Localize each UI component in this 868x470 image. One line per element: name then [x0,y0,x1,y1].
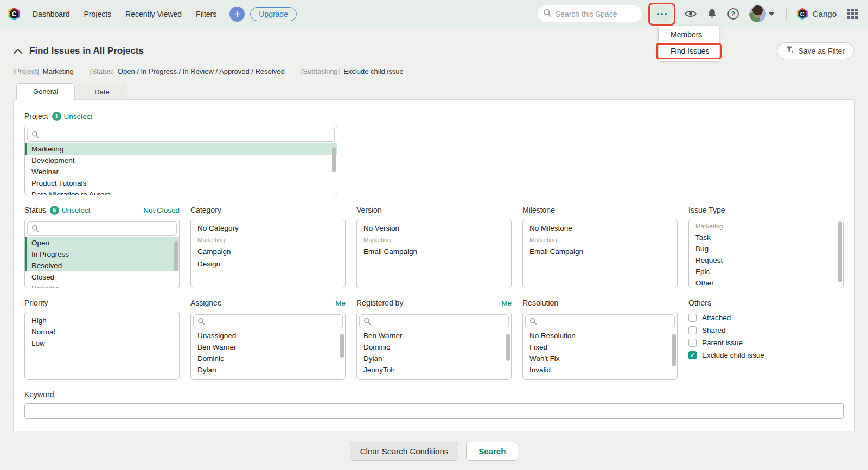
nav-recently-viewed[interactable]: Recently Viewed [125,10,182,18]
search-icon [529,317,537,325]
apps-grid-icon[interactable] [847,9,858,19]
registered-by-filter-input[interactable] [359,314,509,328]
status-label: Status [24,206,46,214]
list-item[interactable]: Bug [689,243,843,255]
assignee-filter-input[interactable] [193,314,343,328]
list-item[interactable]: Closed [25,271,179,283]
space-home-link[interactable]: C Cango [796,8,837,20]
list-item[interactable]: Dominic [191,353,345,364]
search-button[interactable]: Search [466,442,518,461]
scrollbar[interactable] [506,334,510,361]
list-item[interactable]: Development [25,155,337,166]
project-count-badge: 1 [52,112,61,121]
scrollbar[interactable] [340,334,344,358]
status-unselect-link[interactable]: Unselect [62,206,91,214]
list-item: Marketing [25,283,179,288]
checkbox-shared[interactable]: Shared [688,324,844,336]
help-icon[interactable]: ? [727,8,739,20]
checkbox-parent-issue[interactable]: Parent issue [688,336,844,349]
nav-filters[interactable]: Filters [196,10,216,18]
list-item[interactable]: Unassigned [191,330,345,341]
list-item[interactable]: Marketing [25,143,337,155]
list-item[interactable]: Duplication [523,376,677,380]
scrollbar[interactable] [672,334,676,366]
registered-by-me-link[interactable]: Me [501,299,512,307]
list-item[interactable]: No Category [191,222,345,234]
list-item[interactable]: Email Campaign [357,245,511,258]
menu-item-members[interactable]: Members [659,27,719,42]
list-item[interactable]: Dylan [191,364,345,376]
list-item[interactable]: Other [689,277,843,288]
list-item[interactable]: Open [25,237,179,249]
list-item[interactable]: Request [689,255,843,266]
summary-project: [Project] Marketing [13,67,74,75]
search-icon [197,317,205,325]
nav-dashboard[interactable]: Dashboard [33,10,70,18]
list-item[interactable]: No Resolution [523,330,677,341]
user-menu[interactable] [749,5,774,22]
scrollbar[interactable] [838,221,842,282]
nav-projects[interactable]: Projects [84,10,112,18]
resolution-filter-input[interactable] [525,314,675,328]
checkbox-exclude-child-issue[interactable]: Exclude child issue [688,349,844,361]
scrollbar[interactable] [332,147,336,172]
list-item[interactable]: No Milestone [523,222,677,234]
project-unselect-link[interactable]: Unselect [64,112,93,120]
menu-item-find-issues[interactable]: Find Issues [658,45,720,58]
list-item[interactable]: Epic [689,266,843,277]
version-listbox: No Version Marketing Email Campaign [356,219,512,288]
assignee-me-link[interactable]: Me [335,299,346,307]
list-item[interactable]: Won't Fix [523,353,677,364]
add-button[interactable]: + [229,7,245,22]
overflow-menu-button[interactable] [652,5,672,23]
list-item[interactable]: JennyToh [357,364,511,376]
scrollbar[interactable] [174,241,178,271]
status-not-closed-link[interactable]: Not Closed [143,206,180,214]
tab-date[interactable]: Date [78,84,126,100]
list-item[interactable]: Invalid [523,364,677,376]
list-item[interactable]: Task [689,232,843,243]
clear-search-conditions-button[interactable]: Clear Search Conditions [350,442,459,461]
list-item[interactable]: Katrina [357,376,511,380]
project-filter-input[interactable] [27,128,335,142]
list-item[interactable]: Webinar [25,166,337,177]
list-item[interactable]: Fixed [523,341,677,353]
list-item[interactable]: JennyToh [191,376,345,380]
app-logo[interactable]: C [8,8,21,21]
list-item[interactable]: No Version [357,222,511,234]
others-label: Others [688,298,711,307]
list-item[interactable]: Product Tutorials [25,177,337,189]
list-item[interactable]: In Progress [25,249,179,260]
milestone-label: Milestone [522,206,555,214]
collapse-chevron-up-icon[interactable] [13,48,23,54]
list-item[interactable]: Resolved [25,260,179,271]
list-item[interactable]: Data Migration to Aurora [25,189,337,195]
list-item[interactable]: Normal [25,326,179,338]
tab-general[interactable]: General [16,83,75,100]
list-item[interactable]: Ben Warner [357,330,511,341]
list-item[interactable]: Campaign [191,245,345,258]
notifications-bell-icon[interactable] [707,9,717,19]
checkbox-attached[interactable]: Attached [688,312,844,324]
search-icon [31,225,39,232]
list-item[interactable]: Dylan [357,353,511,364]
list-item[interactable]: Dominic [357,341,511,353]
page-title: Find Issues in All Projects [29,46,144,56]
list-item[interactable]: Email Campaign [523,245,677,258]
list-item[interactable]: High [25,315,179,326]
list-item[interactable]: Ben Warner [191,341,345,353]
registered-by-label: Registered by [356,298,403,307]
list-item[interactable]: Design [191,258,345,270]
save-as-filter-button[interactable]: Save as Filter [777,42,854,59]
status-filter-input[interactable] [27,221,177,236]
keyword-label: Keyword [24,390,54,399]
watch-eye-icon[interactable] [685,10,697,18]
milestone-field: Milestone No Milestone Marketing Email C… [522,205,678,288]
upgrade-button[interactable]: Upgrade [250,7,297,21]
space-search-input[interactable] [556,10,631,18]
status-listbox: Open In Progress Resolved Closed Marketi… [24,219,180,288]
others-field: Others Attached Shared Parent issue Excl… [688,297,844,380]
list-item[interactable]: Low [25,338,179,349]
keyword-input[interactable] [24,403,844,419]
space-logo-letter: C [798,10,807,18]
